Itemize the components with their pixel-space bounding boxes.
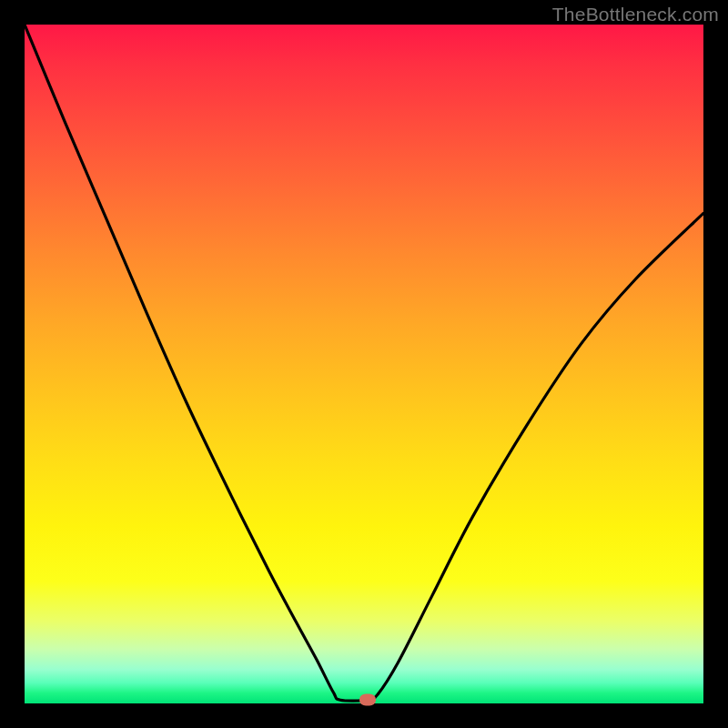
watermark-text: TheBottleneck.com: [552, 4, 719, 25]
chart-frame: TheBottleneck.com: [0, 0, 728, 728]
minimum-marker: [359, 694, 376, 706]
plot-area: [25, 25, 703, 703]
bottleneck-curve: [25, 25, 703, 703]
